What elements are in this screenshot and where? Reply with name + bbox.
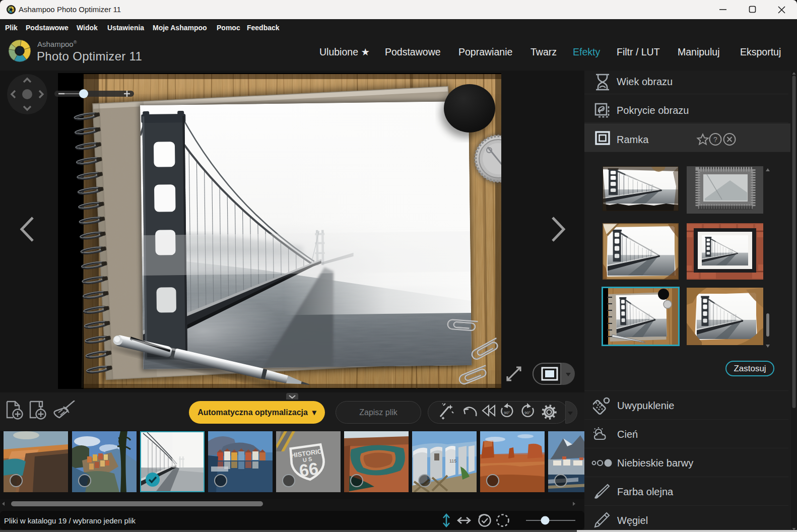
svg-text:115: 115: [449, 458, 456, 463]
svg-text:66: 66: [298, 458, 319, 480]
svg-text:90°: 90°: [524, 411, 530, 415]
svg-text:90°: 90°: [504, 411, 510, 415]
svg-text:?: ?: [713, 136, 717, 144]
